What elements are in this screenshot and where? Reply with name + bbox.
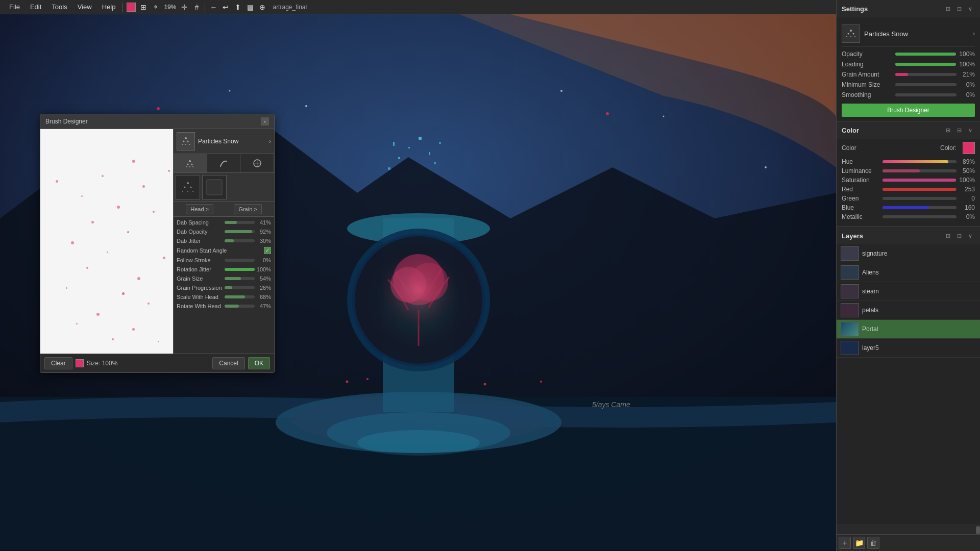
head-section-btn[interactable]: Head > xyxy=(186,204,213,214)
svg-point-36 xyxy=(357,430,480,456)
slider-fill xyxy=(895,53,956,56)
cancel-button[interactable]: Cancel xyxy=(212,357,244,369)
brush-designer-open-btn[interactable]: Brush Designer xyxy=(842,104,975,117)
saturation-slider[interactable] xyxy=(883,179,956,182)
brush-tab-grain[interactable] xyxy=(240,154,274,172)
slider-fill xyxy=(225,295,245,298)
toolbar-arrow-left[interactable]: ← xyxy=(207,1,219,13)
menu-help[interactable]: Help xyxy=(97,1,121,13)
menu-edit[interactable]: Edit xyxy=(25,1,46,13)
blue-slider[interactable] xyxy=(883,206,957,209)
settings-min-size-slider[interactable] xyxy=(895,83,957,86)
param-rotation-jitter: Rotation Jitter 100% xyxy=(177,266,271,273)
scroll-thumb[interactable] xyxy=(976,526,980,534)
svg-rect-57 xyxy=(207,180,222,195)
add-layer-btn[interactable]: + xyxy=(839,537,851,549)
green-label: Green xyxy=(842,195,883,202)
green-slider[interactable] xyxy=(883,197,957,200)
param-random-start-angle: Random Start Angle ✓ xyxy=(177,246,271,255)
folder-layer-btn[interactable]: 📁 xyxy=(853,537,865,549)
toolbar-undo[interactable]: ↩ xyxy=(219,1,232,13)
param-slider-grain-prog[interactable] xyxy=(225,286,255,289)
param-slider-follow-stroke[interactable] xyxy=(225,259,255,262)
layers-collapse[interactable]: ∨ xyxy=(966,231,975,240)
svg-rect-21 xyxy=(439,142,441,144)
param-slider-dab-jitter[interactable] xyxy=(225,239,255,242)
svg-point-49 xyxy=(192,166,193,167)
color-icon-2[interactable]: ⊟ xyxy=(954,126,964,135)
param-slider-scale-head[interactable] xyxy=(225,295,255,298)
settings-collapse[interactable]: ∨ xyxy=(966,4,975,13)
settings-icon-2[interactable]: ⊟ xyxy=(954,4,964,13)
layers-panel-header[interactable]: Layers ⊞ ⊟ ∨ xyxy=(837,227,980,244)
layer-thumb-aliens xyxy=(841,265,859,280)
toolbar-cursor[interactable]: ⌖ xyxy=(150,1,162,13)
settings-smoothing-slider[interactable] xyxy=(895,93,957,96)
brush-tab-stroke[interactable] xyxy=(207,154,241,172)
svg-rect-20 xyxy=(393,142,395,146)
svg-point-54 xyxy=(182,191,183,192)
color-swatch-main[interactable] xyxy=(963,142,975,154)
brush-arrow[interactable]: › xyxy=(269,138,271,145)
toolbar-share[interactable]: ⊕ xyxy=(256,1,268,13)
settings-icon-1[interactable]: ⊞ xyxy=(943,4,952,13)
toolbar-hash[interactable]: # xyxy=(190,1,203,13)
layers-icon-1[interactable]: ⊞ xyxy=(943,231,952,240)
particle xyxy=(112,338,114,340)
color-collapse[interactable]: ∨ xyxy=(966,126,975,135)
color-section: Color ⊞ ⊟ ∨ Color Color: Hue 89% Luminan… xyxy=(837,121,980,227)
toolbar-export[interactable]: ⬆ xyxy=(232,1,244,13)
menu-tools[interactable]: Tools xyxy=(46,1,72,13)
menu-file[interactable]: File xyxy=(4,1,25,13)
layer-item-steam[interactable]: steam xyxy=(837,282,980,301)
toolbar-grid[interactable]: ⊞ xyxy=(137,1,150,13)
red-slider[interactable] xyxy=(883,188,957,191)
layer-item-aliens[interactable]: Aliens xyxy=(837,263,980,282)
svg-point-60 xyxy=(853,33,854,35)
grain-section-btn[interactable]: Grain > xyxy=(234,204,261,214)
hue-slider[interactable] xyxy=(883,160,957,163)
layer-item-layer5[interactable]: layer5 xyxy=(837,339,980,358)
green-value: 0 xyxy=(960,195,975,202)
brush-tab-settings[interactable] xyxy=(174,154,207,172)
brush-designer-close[interactable]: ▪ xyxy=(261,117,269,126)
param-value-grain-size: 54% xyxy=(257,276,271,282)
delete-layer-btn[interactable]: 🗑 xyxy=(867,537,879,549)
toolbar-plus[interactable]: ✛ xyxy=(178,1,190,13)
toolbar-color-swatch[interactable] xyxy=(125,1,137,13)
ok-button[interactable]: OK xyxy=(248,357,270,369)
color-header-icons: ⊞ ⊟ ∨ xyxy=(943,126,975,135)
layer-item-portal[interactable]: Portal xyxy=(837,320,980,339)
menu-view[interactable]: View xyxy=(72,1,97,13)
slider-fill xyxy=(225,230,252,233)
right-panel: Settings ⊞ ⊟ ∨ Part xyxy=(836,0,980,551)
layer-item-signature[interactable]: signature xyxy=(837,244,980,263)
settings-loading-slider[interactable] xyxy=(895,63,956,66)
layer-item-petals[interactable]: petals xyxy=(837,301,980,320)
brush-designer-titlebar[interactable]: Brush Designer ▪ xyxy=(40,114,274,129)
layers-icon-2[interactable]: ⊟ xyxy=(954,231,964,240)
color-panel-header[interactable]: Color ⊞ ⊟ ∨ xyxy=(837,121,980,139)
color-swatch[interactable] xyxy=(127,3,136,12)
param-slider-rotate-head[interactable] xyxy=(225,305,255,308)
settings-panel-header[interactable]: Settings ⊞ ⊟ ∨ xyxy=(837,0,980,17)
metallic-slider[interactable] xyxy=(883,215,957,218)
clear-button[interactable]: Clear xyxy=(44,357,72,369)
brush-preview-canvas[interactable] xyxy=(40,129,173,354)
param-label-rotation-jitter: Rotation Jitter xyxy=(177,266,223,272)
luminance-slider[interactable] xyxy=(883,169,957,172)
settings-grain-amount-slider[interactable] xyxy=(895,73,957,76)
param-value-dab-jitter: 30% xyxy=(257,238,271,244)
param-slider-dab-opacity[interactable] xyxy=(225,230,255,233)
toolbar-panels[interactable]: ▤ xyxy=(244,1,256,13)
canvas-area[interactable]: 5/ays Came Brush Designer ▪ xyxy=(0,14,836,551)
settings-opacity-slider[interactable] xyxy=(895,53,956,56)
brush-designer-title: Brush Designer xyxy=(45,118,88,125)
param-checkbox-random-start[interactable]: ✓ xyxy=(264,247,271,254)
footer-color-swatch[interactable] xyxy=(76,359,84,367)
color-icon-1[interactable]: ⊞ xyxy=(943,126,952,135)
param-slider-dab-spacing[interactable] xyxy=(225,221,255,224)
param-slider-rotation-jitter[interactable] xyxy=(225,268,255,271)
brush-settings-arrow[interactable]: › xyxy=(973,30,975,37)
param-slider-grain-size[interactable] xyxy=(225,277,255,280)
